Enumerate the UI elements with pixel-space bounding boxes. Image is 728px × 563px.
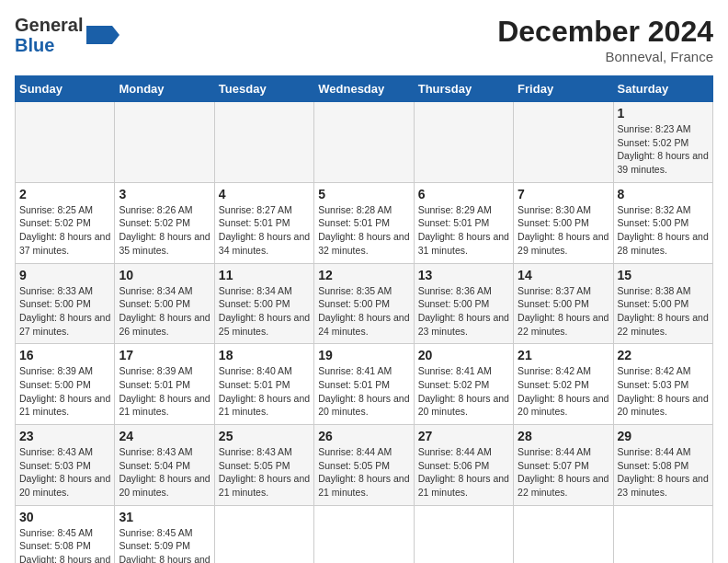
month-year-title: December 2024 <box>497 15 713 49</box>
calendar-cell: 5Sunrise: 8:28 AMSunset: 5:01 PMDaylight… <box>314 182 414 263</box>
calendar-table: SundayMondayTuesdayWednesdayThursdayFrid… <box>15 75 713 563</box>
day-number: 13 <box>418 268 509 282</box>
day-info: Sunrise: 8:45 AMSunset: 5:09 PMDaylight:… <box>119 526 210 563</box>
day-header-thursday: Thursday <box>414 76 513 102</box>
calendar-cell <box>613 505 712 563</box>
calendar-cell: 21Sunrise: 8:42 AMSunset: 5:02 PMDayligh… <box>514 344 613 425</box>
day-number: 18 <box>219 348 310 362</box>
calendar-cell: 11Sunrise: 8:34 AMSunset: 5:00 PMDayligh… <box>214 263 313 344</box>
day-info: Sunrise: 8:26 AMSunset: 5:02 PMDaylight:… <box>119 203 210 258</box>
calendar-cell: 31Sunrise: 8:45 AMSunset: 5:09 PMDayligh… <box>115 505 214 563</box>
calendar-cell: 8Sunrise: 8:32 AMSunset: 5:00 PMDaylight… <box>613 182 712 263</box>
day-info: Sunrise: 8:42 AMSunset: 5:02 PMDaylight:… <box>518 364 609 419</box>
day-number: 21 <box>518 348 609 362</box>
calendar-cell: 30Sunrise: 8:45 AMSunset: 5:08 PMDayligh… <box>16 505 115 563</box>
day-number: 11 <box>219 268 310 282</box>
day-number: 5 <box>318 187 409 201</box>
day-info: Sunrise: 8:44 AMSunset: 5:07 PMDaylight:… <box>518 445 609 500</box>
day-number: 7 <box>518 187 609 201</box>
calendar-cell <box>514 505 613 563</box>
calendar-cell: 18Sunrise: 8:40 AMSunset: 5:01 PMDayligh… <box>214 344 313 425</box>
calendar-cell: 1Sunrise: 8:23 AMSunset: 5:02 PMDaylight… <box>613 102 712 183</box>
calendar-week-row: 1Sunrise: 8:23 AMSunset: 5:02 PMDaylight… <box>16 102 713 183</box>
day-number: 14 <box>518 268 609 282</box>
day-number: 24 <box>119 429 210 443</box>
calendar-cell <box>314 505 414 563</box>
day-number: 20 <box>418 348 509 362</box>
day-info: Sunrise: 8:44 AMSunset: 5:08 PMDaylight:… <box>618 445 709 500</box>
calendar-cell: 14Sunrise: 8:37 AMSunset: 5:00 PMDayligh… <box>514 263 613 344</box>
day-info: Sunrise: 8:43 AMSunset: 5:03 PMDaylight:… <box>19 445 110 500</box>
day-info: Sunrise: 8:28 AMSunset: 5:01 PMDaylight:… <box>318 203 409 258</box>
calendar-week-row: 30Sunrise: 8:45 AMSunset: 5:08 PMDayligh… <box>16 505 713 563</box>
day-number: 19 <box>318 348 409 362</box>
calendar-cell: 19Sunrise: 8:41 AMSunset: 5:01 PMDayligh… <box>314 344 414 425</box>
day-info: Sunrise: 8:42 AMSunset: 5:03 PMDaylight:… <box>618 364 709 419</box>
day-number: 25 <box>219 429 310 443</box>
day-number: 31 <box>119 510 210 524</box>
day-number: 22 <box>618 348 709 362</box>
calendar-week-row: 2Sunrise: 8:25 AMSunset: 5:02 PMDaylight… <box>16 182 713 263</box>
day-number: 30 <box>19 510 110 524</box>
logo: General Blue <box>15 15 119 55</box>
day-info: Sunrise: 8:23 AMSunset: 5:02 PMDaylight:… <box>618 122 709 177</box>
day-number: 9 <box>19 268 110 282</box>
day-number: 6 <box>418 187 509 201</box>
calendar-cell <box>115 102 214 183</box>
calendar-cell <box>514 102 613 183</box>
day-number: 3 <box>119 187 210 201</box>
page-header: General Blue December 2024 Bonneval, Fra… <box>15 15 713 64</box>
day-header-wednesday: Wednesday <box>314 76 414 102</box>
calendar-cell <box>214 505 313 563</box>
calendar-cell: 24Sunrise: 8:43 AMSunset: 5:04 PMDayligh… <box>115 425 214 506</box>
calendar-cell: 23Sunrise: 8:43 AMSunset: 5:03 PMDayligh… <box>16 425 115 506</box>
day-header-tuesday: Tuesday <box>214 76 313 102</box>
day-number: 17 <box>119 348 210 362</box>
day-info: Sunrise: 8:45 AMSunset: 5:08 PMDaylight:… <box>19 526 110 563</box>
day-number: 2 <box>19 187 110 201</box>
calendar-header-row: SundayMondayTuesdayWednesdayThursdayFrid… <box>16 76 713 102</box>
day-number: 4 <box>219 187 310 201</box>
calendar-cell: 15Sunrise: 8:38 AMSunset: 5:00 PMDayligh… <box>613 263 712 344</box>
calendar-cell: 4Sunrise: 8:27 AMSunset: 5:01 PMDaylight… <box>214 182 313 263</box>
day-info: Sunrise: 8:33 AMSunset: 5:00 PMDaylight:… <box>19 284 110 339</box>
calendar-cell <box>414 102 513 183</box>
logo-line2: Blue <box>15 35 54 55</box>
day-info: Sunrise: 8:41 AMSunset: 5:01 PMDaylight:… <box>318 364 409 419</box>
day-info: Sunrise: 8:27 AMSunset: 5:01 PMDaylight:… <box>219 203 310 258</box>
calendar-cell: 17Sunrise: 8:39 AMSunset: 5:01 PMDayligh… <box>115 344 214 425</box>
day-info: Sunrise: 8:29 AMSunset: 5:01 PMDaylight:… <box>418 203 509 258</box>
day-number: 23 <box>19 429 110 443</box>
day-header-monday: Monday <box>115 76 214 102</box>
calendar-cell: 7Sunrise: 8:30 AMSunset: 5:00 PMDaylight… <box>514 182 613 263</box>
logo-line1: General <box>15 15 83 35</box>
day-info: Sunrise: 8:44 AMSunset: 5:05 PMDaylight:… <box>318 445 409 500</box>
day-info: Sunrise: 8:39 AMSunset: 5:01 PMDaylight:… <box>119 364 210 419</box>
calendar-cell: 25Sunrise: 8:43 AMSunset: 5:05 PMDayligh… <box>214 425 313 506</box>
day-info: Sunrise: 8:39 AMSunset: 5:00 PMDaylight:… <box>19 364 110 419</box>
calendar-week-row: 16Sunrise: 8:39 AMSunset: 5:00 PMDayligh… <box>16 344 713 425</box>
calendar-cell: 6Sunrise: 8:29 AMSunset: 5:01 PMDaylight… <box>414 182 513 263</box>
location-label: Bonneval, France <box>497 49 713 64</box>
calendar-cell: 29Sunrise: 8:44 AMSunset: 5:08 PMDayligh… <box>613 425 712 506</box>
calendar-cell: 13Sunrise: 8:36 AMSunset: 5:00 PMDayligh… <box>414 263 513 344</box>
day-info: Sunrise: 8:40 AMSunset: 5:01 PMDaylight:… <box>219 364 310 419</box>
calendar-cell: 3Sunrise: 8:26 AMSunset: 5:02 PMDaylight… <box>115 182 214 263</box>
calendar-cell: 10Sunrise: 8:34 AMSunset: 5:00 PMDayligh… <box>115 263 214 344</box>
day-header-sunday: Sunday <box>16 76 115 102</box>
day-number: 15 <box>618 268 709 282</box>
day-info: Sunrise: 8:25 AMSunset: 5:02 PMDaylight:… <box>19 203 110 258</box>
calendar-cell: 9Sunrise: 8:33 AMSunset: 5:00 PMDaylight… <box>16 263 115 344</box>
day-info: Sunrise: 8:32 AMSunset: 5:00 PMDaylight:… <box>618 203 709 258</box>
calendar-cell <box>214 102 313 183</box>
day-info: Sunrise: 8:34 AMSunset: 5:00 PMDaylight:… <box>119 284 210 339</box>
calendar-cell <box>16 102 115 183</box>
day-info: Sunrise: 8:37 AMSunset: 5:00 PMDaylight:… <box>518 284 609 339</box>
calendar-cell: 27Sunrise: 8:44 AMSunset: 5:06 PMDayligh… <box>414 425 513 506</box>
title-block: December 2024 Bonneval, France <box>497 15 713 64</box>
day-info: Sunrise: 8:34 AMSunset: 5:00 PMDaylight:… <box>219 284 310 339</box>
day-number: 1 <box>618 106 709 121</box>
day-number: 16 <box>19 348 110 362</box>
calendar-cell: 2Sunrise: 8:25 AMSunset: 5:02 PMDaylight… <box>16 182 115 263</box>
day-info: Sunrise: 8:35 AMSunset: 5:00 PMDaylight:… <box>318 284 409 339</box>
